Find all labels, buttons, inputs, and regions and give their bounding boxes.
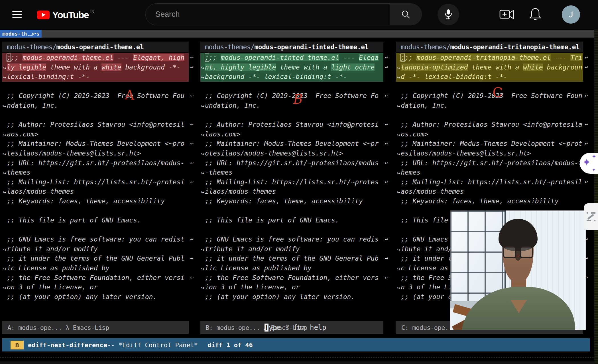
code-line xyxy=(2,225,189,235)
wrap-right-icon: ↩ xyxy=(190,254,194,263)
buffer-directory: modus-themes/ xyxy=(7,43,56,51)
code-line: ;; Copyright (C) 2019-2023 Free Software… xyxy=(2,91,189,101)
wrap-left-icon: ↪ xyxy=(3,102,7,111)
code-line xyxy=(200,225,383,235)
code-line: ↪laos/modus-themes xyxy=(2,187,189,197)
search-button[interactable] xyxy=(390,4,422,25)
hollow-cursor: ; xyxy=(205,54,209,61)
code-line: ↪ly legible theme with a white backgroun… xyxy=(2,63,189,72)
code-line: ;; Mailing-List: https://lists.sr.ht/~pr… xyxy=(2,177,189,187)
wrap-left-icon: ↪ xyxy=(3,283,7,293)
wrap-left-icon: ↪ xyxy=(3,150,7,159)
code-line: ;; Maintainer: Modus-Themes Development … xyxy=(200,139,383,149)
wrap-left-icon: ↪ xyxy=(201,283,205,293)
youtube-logo[interactable]: YouTube IN xyxy=(37,9,94,21)
code-line: ↪lic License as published by xyxy=(200,263,383,273)
diff-highlight-b: ;;; modus-operandi-tinted-theme.el --- E… xyxy=(200,53,383,82)
code-line xyxy=(200,206,383,216)
h-extension-button[interactable] xyxy=(584,203,598,230)
code-line: ;; the Free Software Foundation, either … xyxy=(2,273,189,283)
key-hint-badge: n xyxy=(11,341,24,349)
wrap-right-icon: ↩ xyxy=(585,139,588,149)
code-line: ;; Author: Protesilaos Stavrou <info@pro… xyxy=(2,120,189,130)
wrap-left-icon: ↪ xyxy=(3,130,7,140)
window-panes xyxy=(450,210,506,301)
search-input[interactable] xyxy=(146,4,390,25)
code-line: ↪otesilaos/modus-themes@lists.sr.ht> xyxy=(200,149,383,158)
annotation-a: A xyxy=(125,87,135,103)
wrap-right-icon: ↩ xyxy=(585,177,588,187)
code-line: ↪d -*- lexical-binding:t -*- xyxy=(396,72,583,82)
code-line: ;; URL: https://git.sr.ht/~protesilaos/m… xyxy=(396,158,583,168)
wrap-left-icon: ↪ xyxy=(397,102,401,111)
pane-body: ;; Copyright (C) 2019-2023 Free Software… xyxy=(200,82,383,302)
menu-button[interactable] xyxy=(12,11,22,19)
code-line: ;; Author: Protesilaos Stavrou <info@pro… xyxy=(200,120,383,130)
code-line: ;; (at your option) any later version. xyxy=(2,292,189,302)
wrap-left-icon: ↪ xyxy=(201,64,205,73)
annotation-b: B xyxy=(291,91,302,107)
code-line: ↪ndation, Inc. xyxy=(2,101,189,111)
wrap-left-icon: ↪ xyxy=(3,264,7,274)
wrap-left-icon: ↪ xyxy=(397,283,401,293)
wrap-left-icon: ↪ xyxy=(397,264,401,274)
sparkle-extension-button[interactable]: ✦ ✦ ✦ xyxy=(580,153,598,174)
code-line xyxy=(396,82,583,91)
ediff-control-panel-bar: n ediff-next-difference -- *Ediff Contro… xyxy=(2,338,590,351)
buffer-name: *Ediff Control Panel* xyxy=(119,341,198,349)
code-line xyxy=(200,82,383,91)
wrap-right-icon: ↩ xyxy=(585,53,588,63)
diff-highlight-c: ;;; modus-operandi-tritanopia-theme.el -… xyxy=(396,53,583,82)
code-line xyxy=(200,111,383,120)
code-line: ↪ic License as published by xyxy=(2,263,189,273)
region-label: IN xyxy=(90,9,94,14)
code-line xyxy=(396,111,583,120)
wrap-left-icon: ↪ xyxy=(397,64,401,73)
hollow-cursor: ; xyxy=(7,54,11,61)
wrap-left-icon: ↪ xyxy=(201,169,205,178)
ediff-command: ediff-next-difference xyxy=(28,341,107,349)
code-line: ;; This file is part of GNU Emacs. xyxy=(200,216,383,225)
wrap-right-icon: ↩ xyxy=(385,63,388,72)
wrap-right-icon: ↩ xyxy=(385,235,388,244)
pane-header-a: modus-themes/modus-operandi-theme.el xyxy=(2,42,189,52)
code-line: ↪tribute it and/or modify xyxy=(200,244,383,254)
wrap-left-icon: ↪ xyxy=(201,73,205,83)
video-player[interactable]: modus-themes modus-themes/modus-operandi… xyxy=(0,29,594,364)
code-line: ↪aos/modus-themes xyxy=(396,187,583,197)
code-line: ↪os.com> xyxy=(396,130,583,139)
pane-body: ;; Copyright (C) 2019-2023 Free Software… xyxy=(2,82,189,302)
wrap-right-icon: ↩ xyxy=(385,177,388,187)
wrap-left-icon: ↪ xyxy=(3,73,7,83)
wrap-right-icon: ↩ xyxy=(190,120,194,130)
code-line: ↪esilaos/modus-themes@lists.sr.ht> xyxy=(396,149,583,158)
code-line: ↪tesilaos/modus-themes@lists.sr.ht> xyxy=(2,149,189,158)
code-line: ↪nt, highly legible theme with a light o… xyxy=(200,63,383,72)
wrap-right-icon: ↩ xyxy=(385,53,388,63)
notifications-button[interactable] xyxy=(529,7,542,22)
avatar[interactable]: J xyxy=(562,5,580,24)
wrap-right-icon: ↩ xyxy=(385,273,388,283)
wrap-left-icon: ↪ xyxy=(201,102,205,111)
buffer-filename: modus-operandi-tritanopia-theme.el xyxy=(450,43,580,51)
code-line: ;; Mailing-List: https://lists.sr.ht/~pr… xyxy=(396,177,583,187)
search-box xyxy=(145,3,422,25)
code-line: ↪laos.com> xyxy=(200,130,383,139)
mode-line-a: A: modus-ope... λ Emacs-Lisp xyxy=(2,321,189,334)
code-line: ↪on 3 of the License, or xyxy=(2,283,189,292)
code-line: ;; URL: https://git.sr.ht/~protesilaos/m… xyxy=(2,158,189,168)
code-line: ;; it under the terms of the GNU General… xyxy=(2,254,189,263)
code-line: ;;; modus-operandi-theme.el --- Elegant,… xyxy=(2,53,189,63)
sparkle-icon: ✦ xyxy=(582,156,591,168)
pane-b: modus-themes/modus-operandi-tinted-theme… xyxy=(200,42,383,302)
wrap-right-icon: ↩ xyxy=(585,120,588,130)
wrap-left-icon: ↪ xyxy=(3,188,7,197)
code-line: ↪lexical-binding:t -*- xyxy=(2,72,189,82)
code-line: ↪aos.com> xyxy=(2,130,189,139)
create-button[interactable] xyxy=(499,8,514,21)
voice-search-button[interactable] xyxy=(438,4,459,25)
wrap-left-icon: ↪ xyxy=(201,245,205,255)
code-line: ;; the Free Software Foundation, either … xyxy=(200,273,383,283)
webcam-overlay xyxy=(450,210,586,330)
wrap-right-icon: ↩ xyxy=(190,53,194,63)
